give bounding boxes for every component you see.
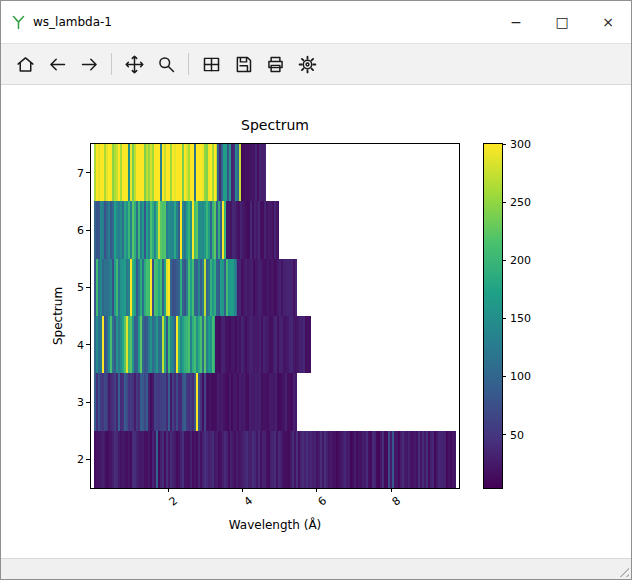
- heatmap-plot[interactable]: [91, 144, 459, 488]
- y-tick-mark: [86, 344, 90, 345]
- close-button[interactable]: ×: [585, 1, 631, 43]
- colorbar-tick-mark: [502, 144, 506, 145]
- plot-window: ws_lambda-1 − □ ×: [0, 0, 632, 580]
- colorbar: 50100150200250300: [483, 143, 503, 489]
- colorbar-tick-mark: [502, 260, 506, 261]
- home-icon: [15, 54, 36, 75]
- y-tick-label: 2: [77, 453, 84, 466]
- titlebar[interactable]: ws_lambda-1 − □ ×: [1, 1, 631, 43]
- arrow-right-icon: [79, 54, 100, 75]
- x-axis-label: Wavelength (Å): [91, 518, 459, 532]
- window-controls: − □ ×: [493, 1, 631, 43]
- x-tick-mark: [316, 488, 317, 492]
- minimize-button[interactable]: −: [493, 1, 539, 43]
- colorbar-gradient: [484, 144, 502, 488]
- colorbar-tick-label: 300: [510, 138, 531, 151]
- grid-icon: [201, 54, 222, 75]
- colorbar-tick-label: 250: [510, 196, 531, 209]
- window-title: ws_lambda-1: [33, 15, 112, 29]
- y-axis-label: Spectrum: [51, 287, 65, 345]
- colorbar-tick-label: 100: [510, 370, 531, 383]
- gear-icon: [297, 54, 318, 75]
- settings-button[interactable]: [292, 49, 322, 79]
- resize-grip-icon[interactable]: [616, 564, 629, 577]
- colorbar-tick-mark: [502, 376, 506, 377]
- subplots-button[interactable]: [196, 49, 226, 79]
- x-tick-mark: [168, 488, 169, 492]
- colorbar-tick-label: 50: [510, 428, 524, 441]
- toolbar-separator: [111, 53, 112, 75]
- pan-button[interactable]: [119, 49, 149, 79]
- y-tick-mark: [86, 402, 90, 403]
- forward-button[interactable]: [74, 49, 104, 79]
- magnifier-icon: [156, 54, 177, 75]
- axes: Spectrum Wavelength (Å) Spectrum 2468234…: [90, 143, 460, 489]
- back-button[interactable]: [42, 49, 72, 79]
- y-tick-label: 6: [77, 224, 84, 237]
- arrow-left-icon: [47, 54, 68, 75]
- save-button[interactable]: [228, 49, 258, 79]
- x-tick-label: 2: [167, 494, 181, 509]
- y-tick-label: 5: [77, 281, 84, 294]
- save-icon: [233, 54, 254, 75]
- home-button[interactable]: [10, 49, 40, 79]
- pan-icon: [124, 54, 145, 75]
- printer-icon: [265, 54, 286, 75]
- colorbar-tick-mark: [502, 202, 506, 203]
- colorbar-tick-mark: [502, 318, 506, 319]
- figure-area: Spectrum Wavelength (Å) Spectrum 2468234…: [1, 85, 631, 558]
- x-tick-label: 6: [315, 494, 329, 509]
- maximize-button[interactable]: □: [539, 1, 585, 43]
- status-bar: [1, 558, 631, 579]
- colorbar-tick-label: 200: [510, 254, 531, 267]
- x-tick-label: 4: [241, 494, 255, 509]
- y-tick-label: 4: [77, 338, 84, 351]
- y-tick-mark: [86, 230, 90, 231]
- y-tick-label: 7: [77, 166, 84, 179]
- zoom-button[interactable]: [151, 49, 181, 79]
- y-tick-mark: [86, 459, 90, 460]
- colorbar-tick-mark: [502, 434, 506, 435]
- y-tick-mark: [86, 172, 90, 173]
- x-tick-mark: [242, 488, 243, 492]
- toolbar-separator: [188, 53, 189, 75]
- plot-toolbar: [1, 43, 631, 85]
- plot-title: Spectrum: [91, 117, 459, 133]
- colorbar-tick-label: 150: [510, 312, 531, 325]
- x-tick-label: 8: [390, 494, 404, 509]
- y-tick-mark: [86, 287, 90, 288]
- x-tick-mark: [391, 488, 392, 492]
- print-button[interactable]: [260, 49, 290, 79]
- y-tick-label: 3: [77, 396, 84, 409]
- app-icon: [11, 15, 26, 30]
